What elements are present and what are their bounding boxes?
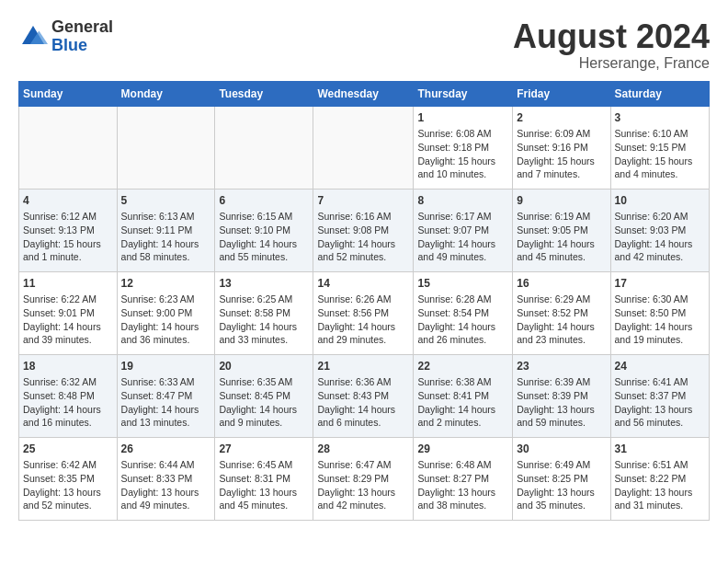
- header-day-wednesday: Wednesday: [313, 81, 414, 106]
- day-info: Sunrise: 6:42 AM Sunset: 8:35 PM Dayligh…: [23, 458, 113, 512]
- day-info: Sunrise: 6:48 AM Sunset: 8:27 PM Dayligh…: [417, 458, 508, 512]
- day-info: Sunrise: 6:39 AM Sunset: 8:39 PM Dayligh…: [517, 375, 606, 430]
- calendar-cell: 22Sunrise: 6:38 AM Sunset: 8:41 PM Dayli…: [414, 354, 513, 437]
- calendar-cell: 8Sunrise: 6:17 AM Sunset: 9:07 PM Daylig…: [414, 189, 513, 271]
- day-number: 11: [23, 276, 113, 292]
- calendar-table: SundayMondayTuesdayWednesdayThursdayFrid…: [18, 81, 710, 521]
- logo-general-text: General: [51, 17, 113, 36]
- day-info: Sunrise: 6:13 AM Sunset: 9:11 PM Dayligh…: [121, 210, 211, 264]
- calendar-cell: 20Sunrise: 6:35 AM Sunset: 8:45 PM Dayli…: [215, 354, 313, 437]
- calendar-cell: 18Sunrise: 6:32 AM Sunset: 8:48 PM Dayli…: [19, 354, 118, 437]
- day-info: Sunrise: 6:29 AM Sunset: 8:52 PM Dayligh…: [517, 293, 606, 347]
- calendar-cell: 11Sunrise: 6:22 AM Sunset: 9:01 PM Dayli…: [19, 271, 118, 354]
- day-number: 12: [121, 276, 211, 292]
- calendar-header: SundayMondayTuesdayWednesdayThursdayFrid…: [19, 81, 710, 106]
- calendar-cell: 14Sunrise: 6:26 AM Sunset: 8:56 PM Dayli…: [313, 271, 414, 354]
- header-day-friday: Friday: [513, 81, 610, 106]
- page-header: General Blue August 2024 Herserange, Fra…: [18, 18, 710, 72]
- day-info: Sunrise: 6:49 AM Sunset: 8:25 PM Dayligh…: [517, 458, 606, 512]
- calendar-cell: [117, 106, 215, 189]
- calendar-cell: [215, 106, 313, 189]
- logo-icon: [18, 22, 48, 52]
- calendar-cell: [313, 106, 414, 189]
- header-day-saturday: Saturday: [610, 81, 709, 106]
- day-number: 2: [517, 110, 606, 126]
- day-number: 15: [417, 276, 508, 292]
- day-info: Sunrise: 6:10 AM Sunset: 9:15 PM Dayligh…: [615, 127, 705, 181]
- day-info: Sunrise: 6:32 AM Sunset: 8:48 PM Dayligh…: [23, 375, 113, 430]
- day-info: Sunrise: 6:28 AM Sunset: 8:54 PM Dayligh…: [417, 293, 508, 347]
- calendar-week-5: 25Sunrise: 6:42 AM Sunset: 8:35 PM Dayli…: [19, 437, 710, 520]
- day-number: 13: [219, 276, 309, 292]
- calendar-cell: 5Sunrise: 6:13 AM Sunset: 9:11 PM Daylig…: [117, 189, 215, 271]
- day-number: 22: [417, 359, 508, 374]
- day-number: 10: [615, 193, 705, 209]
- day-info: Sunrise: 6:22 AM Sunset: 9:01 PM Dayligh…: [23, 293, 113, 347]
- calendar-week-4: 18Sunrise: 6:32 AM Sunset: 8:48 PM Dayli…: [19, 354, 710, 437]
- day-info: Sunrise: 6:17 AM Sunset: 9:07 PM Dayligh…: [417, 210, 508, 264]
- day-info: Sunrise: 6:19 AM Sunset: 9:05 PM Dayligh…: [517, 210, 606, 264]
- calendar-week-3: 11Sunrise: 6:22 AM Sunset: 9:01 PM Dayli…: [19, 271, 710, 354]
- calendar-week-1: 1Sunrise: 6:08 AM Sunset: 9:18 PM Daylig…: [19, 106, 710, 189]
- day-info: Sunrise: 6:08 AM Sunset: 9:18 PM Dayligh…: [417, 127, 508, 181]
- day-number: 31: [615, 442, 705, 457]
- day-number: 14: [317, 276, 409, 292]
- day-info: Sunrise: 6:12 AM Sunset: 9:13 PM Dayligh…: [23, 210, 113, 264]
- day-number: 27: [219, 442, 309, 457]
- day-info: Sunrise: 6:36 AM Sunset: 8:43 PM Dayligh…: [317, 375, 409, 430]
- day-info: Sunrise: 6:38 AM Sunset: 8:41 PM Dayligh…: [417, 375, 508, 430]
- day-info: Sunrise: 6:45 AM Sunset: 8:31 PM Dayligh…: [219, 458, 309, 512]
- day-number: 1: [417, 110, 508, 126]
- calendar-cell: 31Sunrise: 6:51 AM Sunset: 8:22 PM Dayli…: [610, 437, 709, 520]
- day-info: Sunrise: 6:25 AM Sunset: 8:58 PM Dayligh…: [219, 293, 309, 347]
- day-number: 6: [219, 193, 309, 209]
- day-number: 7: [317, 193, 409, 209]
- calendar-cell: 19Sunrise: 6:33 AM Sunset: 8:47 PM Dayli…: [117, 354, 215, 437]
- calendar-cell: 7Sunrise: 6:16 AM Sunset: 9:08 PM Daylig…: [313, 189, 414, 271]
- calendar-cell: 15Sunrise: 6:28 AM Sunset: 8:54 PM Dayli…: [414, 271, 513, 354]
- header-day-tuesday: Tuesday: [215, 81, 313, 106]
- calendar-cell: 24Sunrise: 6:41 AM Sunset: 8:37 PM Dayli…: [610, 354, 709, 437]
- day-number: 26: [121, 442, 211, 457]
- header-day-sunday: Sunday: [19, 81, 118, 106]
- title-area: August 2024 Herserange, France: [513, 18, 710, 72]
- day-info: Sunrise: 6:26 AM Sunset: 8:56 PM Dayligh…: [317, 293, 409, 347]
- day-number: 24: [615, 359, 705, 374]
- day-number: 23: [517, 359, 606, 374]
- logo: General Blue: [18, 18, 113, 55]
- day-number: 30: [517, 442, 606, 457]
- month-year-title: August 2024: [513, 18, 710, 55]
- calendar-cell: 9Sunrise: 6:19 AM Sunset: 9:05 PM Daylig…: [513, 189, 610, 271]
- calendar-week-2: 4Sunrise: 6:12 AM Sunset: 9:13 PM Daylig…: [19, 189, 710, 271]
- calendar-cell: 16Sunrise: 6:29 AM Sunset: 8:52 PM Dayli…: [513, 271, 610, 354]
- day-number: 4: [23, 193, 113, 209]
- calendar-cell: 29Sunrise: 6:48 AM Sunset: 8:27 PM Dayli…: [414, 437, 513, 520]
- calendar-cell: 17Sunrise: 6:30 AM Sunset: 8:50 PM Dayli…: [610, 271, 709, 354]
- day-info: Sunrise: 6:30 AM Sunset: 8:50 PM Dayligh…: [615, 293, 705, 347]
- calendar-cell: 23Sunrise: 6:39 AM Sunset: 8:39 PM Dayli…: [513, 354, 610, 437]
- calendar-body: 1Sunrise: 6:08 AM Sunset: 9:18 PM Daylig…: [19, 106, 710, 520]
- calendar-cell: 12Sunrise: 6:23 AM Sunset: 9:00 PM Dayli…: [117, 271, 215, 354]
- calendar-cell: 28Sunrise: 6:47 AM Sunset: 8:29 PM Dayli…: [313, 437, 414, 520]
- day-number: 28: [317, 442, 409, 457]
- day-number: 9: [517, 193, 606, 209]
- calendar-cell: 30Sunrise: 6:49 AM Sunset: 8:25 PM Dayli…: [513, 437, 610, 520]
- day-number: 29: [417, 442, 508, 457]
- day-number: 18: [23, 359, 113, 374]
- logo-blue-text: Blue: [51, 36, 87, 54]
- day-number: 5: [121, 193, 211, 209]
- day-number: 21: [317, 359, 409, 374]
- calendar-cell: 26Sunrise: 6:44 AM Sunset: 8:33 PM Dayli…: [117, 437, 215, 520]
- calendar-cell: 13Sunrise: 6:25 AM Sunset: 8:58 PM Dayli…: [215, 271, 313, 354]
- day-info: Sunrise: 6:09 AM Sunset: 9:16 PM Dayligh…: [517, 127, 606, 181]
- day-number: 20: [219, 359, 309, 374]
- day-info: Sunrise: 6:20 AM Sunset: 9:03 PM Dayligh…: [615, 210, 705, 264]
- day-number: 8: [417, 193, 508, 209]
- day-info: Sunrise: 6:51 AM Sunset: 8:22 PM Dayligh…: [615, 458, 705, 512]
- calendar-cell: 3Sunrise: 6:10 AM Sunset: 9:15 PM Daylig…: [610, 106, 709, 189]
- day-info: Sunrise: 6:16 AM Sunset: 9:08 PM Dayligh…: [317, 210, 409, 264]
- calendar-cell: [19, 106, 118, 189]
- day-info: Sunrise: 6:35 AM Sunset: 8:45 PM Dayligh…: [219, 375, 309, 430]
- day-number: 16: [517, 276, 606, 292]
- day-number: 3: [615, 110, 705, 126]
